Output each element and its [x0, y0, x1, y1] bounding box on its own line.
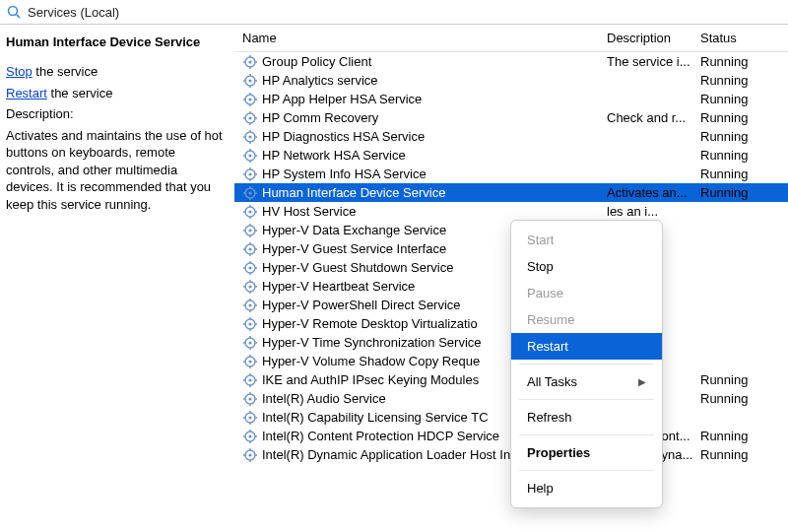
window-header: Services (Local): [0, 0, 788, 25]
service-status: Running: [700, 73, 788, 88]
gear-icon: [242, 241, 258, 257]
service-name: IKE and AuthIP IPsec Keying Modules: [262, 372, 479, 387]
service-name: HP Comm Recovery: [262, 110, 378, 125]
col-name[interactable]: Name: [242, 31, 607, 45]
svg-line-1: [17, 15, 21, 19]
menu-restart[interactable]: Restart: [511, 333, 662, 360]
gear-icon: [242, 298, 258, 313]
menu-pause: Pause: [511, 280, 662, 306]
svg-point-51: [248, 210, 251, 213]
col-status[interactable]: Status: [700, 31, 788, 45]
svg-point-15: [248, 98, 251, 100]
service-name: HP App Helper HSA Service: [262, 92, 422, 106]
selected-service-title: Human Interface Device Service: [6, 34, 225, 49]
gear-icon: [242, 110, 258, 126]
table-row[interactable]: HP App Helper HSA ServiceRunning: [234, 90, 788, 108]
table-row[interactable]: HP Comm RecoveryCheck and r...Running: [234, 108, 788, 127]
svg-point-111: [248, 397, 251, 400]
table-row[interactable]: HP Analytics serviceRunning: [234, 71, 788, 90]
svg-point-45: [248, 191, 251, 194]
chevron-right-icon: ▶: [638, 376, 646, 387]
gear-icon: [242, 185, 258, 201]
gear-icon: [242, 148, 258, 164]
service-name: Hyper-V Heartbeat Service: [262, 279, 415, 294]
service-name: Intel(R) Audio Service: [262, 391, 386, 406]
gear-icon: [242, 335, 258, 351]
service-status: Running: [700, 185, 788, 200]
gear-icon: [242, 92, 258, 107]
gear-icon: [242, 129, 258, 145]
services-list-pane: Name Description Status Group Policy Cli…: [234, 25, 788, 529]
service-name: HV Host Service: [262, 204, 356, 219]
gear-icon: [242, 429, 258, 444]
table-row[interactable]: Group Policy ClientThe service i...Runni…: [234, 52, 788, 71]
svg-point-129: [248, 453, 251, 456]
svg-point-21: [248, 116, 251, 119]
service-status: Running: [700, 447, 788, 462]
service-status: Running: [700, 391, 788, 406]
service-name: Group Policy Client: [262, 54, 371, 69]
gear-icon: [242, 279, 258, 295]
service-name: HP Diagnostics HSA Service: [262, 129, 425, 144]
table-row[interactable]: HP System Info HSA ServiceRunning: [234, 165, 788, 183]
table-row[interactable]: HP Diagnostics HSA ServiceRunning: [234, 127, 788, 146]
restart-service-link[interactable]: Restart: [6, 86, 47, 100]
svg-point-93: [248, 341, 251, 344]
menu-all-tasks[interactable]: All Tasks ▶: [511, 368, 662, 395]
stop-suffix: the service: [33, 64, 98, 79]
svg-point-0: [9, 7, 18, 16]
services-icon: [6, 4, 22, 20]
menu-start: Start: [511, 227, 662, 253]
svg-point-39: [248, 172, 251, 175]
context-menu: Start Stop Pause Resume Restart All Task…: [510, 220, 663, 508]
menu-all-tasks-label: All Tasks: [527, 374, 577, 389]
service-name: Hyper-V Guest Service Interface: [262, 241, 446, 256]
gear-icon: [242, 354, 258, 369]
col-description[interactable]: Description: [607, 31, 700, 45]
service-name: Hyper-V Data Exchange Service: [262, 223, 446, 237]
svg-point-123: [248, 434, 251, 437]
service-name: Hyper-V Remote Desktop Virtualizatio: [262, 316, 478, 331]
header-title: Services (Local): [28, 5, 119, 20]
svg-point-27: [248, 135, 251, 138]
service-name: Human Interface Device Service: [262, 185, 445, 200]
service-name: Hyper-V Guest Shutdown Service: [262, 260, 453, 275]
svg-point-117: [248, 416, 251, 419]
service-name: HP Analytics service: [262, 73, 378, 88]
description-heading: Description:: [6, 105, 225, 123]
service-status: Running: [700, 148, 788, 163]
menu-refresh[interactable]: Refresh: [511, 404, 662, 431]
service-description: The service i...: [607, 54, 700, 69]
column-headers: Name Description Status: [234, 25, 788, 52]
menu-help[interactable]: Help: [511, 475, 662, 501]
table-row[interactable]: HV Host Serviceles an i...: [234, 202, 788, 221]
gear-icon: [242, 204, 258, 220]
svg-point-57: [248, 229, 251, 232]
stop-service-link[interactable]: Stop: [6, 64, 33, 79]
menu-separator: [519, 470, 654, 471]
svg-point-99: [248, 360, 251, 363]
service-description: Check and r...: [607, 110, 700, 125]
service-status: Running: [700, 92, 788, 106]
table-row[interactable]: Human Interface Device ServiceActivates …: [234, 183, 788, 202]
svg-point-3: [248, 60, 251, 63]
svg-point-87: [248, 322, 251, 325]
svg-point-105: [248, 378, 251, 381]
menu-properties[interactable]: Properties: [511, 439, 662, 466]
gear-icon: [242, 223, 258, 238]
service-name: Intel(R) Content Protection HDCP Service: [262, 429, 499, 443]
service-name: Hyper-V Time Synchronization Service: [262, 335, 482, 350]
stop-service-line: Stop the service: [6, 63, 225, 81]
menu-stop[interactable]: Stop: [511, 253, 662, 280]
service-status: Running: [700, 166, 788, 181]
svg-point-33: [248, 154, 251, 157]
table-row[interactable]: HP Network HSA ServiceRunning: [234, 146, 788, 165]
service-name: Hyper-V PowerShell Direct Service: [262, 298, 461, 312]
service-status: Running: [700, 372, 788, 387]
service-description: Activates an...: [607, 185, 700, 200]
details-pane: Human Interface Device Service Stop the …: [0, 25, 234, 529]
gear-icon: [242, 260, 258, 276]
gear-icon: [242, 166, 258, 182]
gear-icon: [242, 391, 258, 407]
service-name: Hyper-V Volume Shadow Copy Reque: [262, 354, 480, 368]
